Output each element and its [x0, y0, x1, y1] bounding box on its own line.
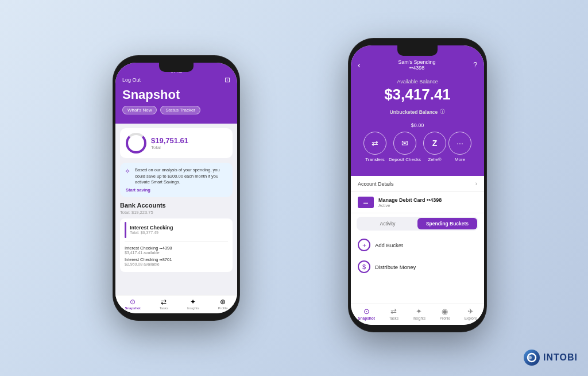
action-buttons: ⇄ Transfers ✉ Deposit Checks Z Zelle®	[358, 132, 477, 168]
logout-button[interactable]: Log Out	[122, 77, 141, 83]
account-number: ••4398	[398, 65, 435, 71]
snapshot-nav-icon: ⊙	[130, 298, 136, 306]
profile-nav-label: Profile	[218, 306, 227, 310]
tab-activity[interactable]: Activity	[358, 218, 417, 229]
back-screen: 9:41 Log Out ⊡ Snapshot What's New Statu…	[115, 63, 237, 313]
balance-card: $19,751.61 Total	[120, 128, 233, 158]
tip-text: Based on our analysis of your spending, …	[126, 167, 227, 186]
front-balance-section: Available Balance $3,417.41 Unbucketed B…	[351, 74, 484, 176]
svg-point-1	[528, 356, 532, 359]
front-insights-icon: ✦	[416, 307, 422, 316]
intobi-logo: INTOBI	[524, 350, 578, 366]
total-balance: $19,751.61	[151, 136, 188, 145]
zelle-label: Zelle®	[428, 157, 441, 162]
bank-accounts-total: Total: $19,223.75	[120, 210, 233, 215]
deposit-checks-label: Deposit Checks	[389, 157, 421, 162]
front-nav-tasks[interactable]: ⇄ Tasks	[389, 307, 399, 320]
tab-spending-buckets[interactable]: Spending Buckets	[417, 218, 477, 229]
bank-accounts-title: Bank Accounts	[120, 202, 233, 209]
balance-ring	[126, 133, 146, 154]
help-icon[interactable]: ?	[473, 61, 477, 69]
front-profile-icon: ◉	[442, 307, 448, 316]
unbucketed-amount: $0.00	[358, 122, 477, 128]
front-explore-icon: ✈	[467, 307, 474, 316]
back-content: $19,751.61 Total ✧ Based on our analysis…	[115, 124, 237, 295]
transfers-label: Transfers	[365, 157, 385, 162]
front-nav-explore[interactable]: ✈ Explore	[465, 307, 477, 320]
front-nav-bar: ‹ Sam's Spending ••4398 ?	[358, 58, 477, 74]
account-details-row[interactable]: Account Details ›	[351, 176, 484, 192]
chevron-right-icon: ›	[475, 181, 477, 187]
list-item: Interest Checking ••4398 $3,417.41 avail…	[125, 245, 228, 255]
account-card-header: Interest Checking Total: $6,377.49	[125, 222, 228, 242]
logo-svg	[527, 352, 537, 363]
insights-nav-label: Insights	[187, 306, 199, 310]
manage-card-info: Manage Debit Card ••4398 Active	[378, 197, 442, 208]
lightbulb-icon: ✧	[125, 167, 130, 175]
status-tracker-pill[interactable]: Status Tracker	[160, 106, 200, 114]
more-icon: ···	[448, 132, 471, 155]
snapshot-nav-label: Snapshot	[125, 306, 140, 310]
deposit-checks-button[interactable]: ✉ Deposit Checks	[389, 132, 421, 162]
add-bucket-icon: ＋	[358, 239, 370, 251]
back-header-row: Log Out ⊡	[122, 76, 230, 87]
transfers-icon: ⇄	[363, 132, 386, 155]
debit-card-icon	[358, 197, 374, 208]
manage-card-row: Manage Debit Card ••4398 Active	[351, 192, 484, 213]
front-snapshot-icon: ⊙	[363, 307, 370, 316]
back-notch	[159, 63, 194, 72]
nav-insights[interactable]: ✦ Insights	[187, 298, 199, 310]
tabs-row: Activity Spending Buckets	[357, 217, 478, 231]
add-bucket-item[interactable]: ＋ Add Bucket	[351, 234, 484, 256]
front-nav-insights[interactable]: ✦ Insights	[413, 307, 425, 320]
front-profile-label: Profile	[440, 316, 450, 320]
account-card: Interest Checking Total: $6,377.49 Inter…	[120, 218, 233, 272]
nav-snapshot[interactable]: ⊙ Snapshot	[125, 298, 140, 310]
front-insights-label: Insights	[413, 316, 425, 320]
more-button[interactable]: ··· More	[448, 132, 471, 162]
account-info: Sam's Spending ••4398	[398, 59, 435, 71]
acc-item-name-0: Interest Checking ••4398	[125, 245, 228, 251]
more-label: More	[455, 157, 465, 162]
front-notch	[397, 45, 438, 56]
distribute-money-item[interactable]: $ Distribute Money	[351, 256, 484, 278]
acc-item-balance-1: $2,960.08 available	[125, 262, 228, 266]
unbucketed-info-icon: ⓘ	[440, 108, 445, 116]
acc-item-name-1: Interest Checking ••8701	[125, 257, 228, 262]
available-balance-amount: $3,417.41	[358, 86, 477, 103]
front-tasks-label: Tasks	[389, 316, 399, 320]
front-nav-profile[interactable]: ◉ Profile	[440, 307, 450, 320]
zelle-button[interactable]: Z Zelle®	[423, 132, 446, 162]
front-explore-label: Explore	[465, 316, 477, 320]
snapshot-title: Snapshot	[122, 87, 230, 106]
account-name: Sam's Spending	[398, 59, 435, 65]
camera-icon: ⊡	[225, 76, 230, 84]
insights-nav-icon: ✦	[190, 298, 196, 306]
front-bottom-nav: ⊙ Snapshot ⇄ Tasks ✦ Insights ◉ Profile	[351, 304, 484, 325]
zelle-icon: Z	[423, 132, 446, 155]
whats-new-pill[interactable]: What's New	[122, 106, 157, 114]
transfers-button[interactable]: ⇄ Transfers	[363, 132, 386, 162]
start-saving-link[interactable]: Start saving	[126, 187, 227, 193]
total-label: Total	[151, 145, 188, 150]
back-button[interactable]: ‹	[358, 60, 361, 70]
acc-bar	[125, 222, 126, 238]
front-nav-snapshot[interactable]: ⊙ Snapshot	[358, 307, 375, 320]
distribute-money-icon: $	[358, 260, 370, 273]
unbucketed-label: Unbucketed Balance	[390, 109, 438, 115]
deposit-checks-icon: ✉	[393, 132, 416, 155]
back-bottom-nav: ⊙ Snapshot ⇄ Tasks ✦ Insights ⊕ Profile	[115, 295, 237, 313]
balance-info: $19,751.61 Total	[151, 136, 188, 150]
tasks-nav-icon: ⇄	[161, 298, 167, 306]
front-screen: 9:41 ‹ Sam's Spending ••4398 ? Available…	[351, 45, 484, 325]
acc-header-info: Interest Checking Total: $6,377.49	[130, 225, 173, 235]
nav-tasks[interactable]: ⇄ Tasks	[160, 298, 168, 310]
nav-profile[interactable]: ⊕ Profile	[218, 298, 227, 310]
profile-nav-icon: ⊕	[220, 298, 226, 306]
manage-card-title: Manage Debit Card ••4398	[378, 197, 442, 203]
tasks-nav-label: Tasks	[160, 306, 168, 310]
pills-row: What's New Status Tracker	[122, 106, 230, 119]
intobi-text: INTOBI	[543, 352, 578, 363]
front-content: Account Details › Manage Debit Card ••43…	[351, 176, 484, 304]
add-bucket-label: Add Bucket	[375, 242, 403, 248]
